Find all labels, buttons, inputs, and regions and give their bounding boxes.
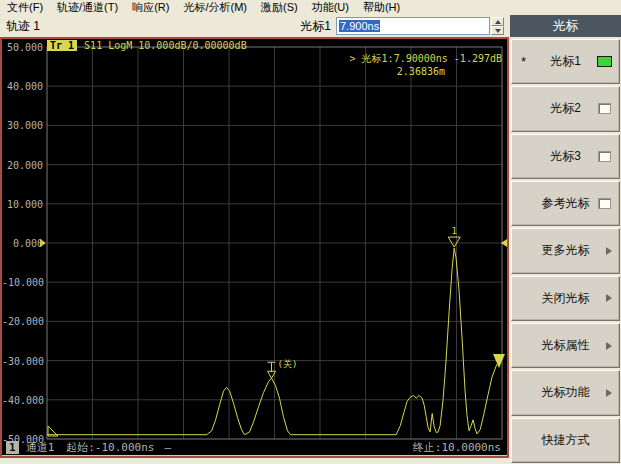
y-axis-tick-label: -20.000: [2, 316, 43, 327]
softkey-label: 参考光标: [542, 195, 590, 212]
marker-readout-line2: 2.36836m: [350, 65, 445, 78]
softkey-sidebar: 光标 * 光标1 光标2 光标3 参考光标 更多光标 关闭光标 光标属性 光标功…: [510, 15, 621, 464]
softkey-menu-title: 光标: [510, 15, 621, 37]
softkey-label: 光标2: [550, 100, 581, 117]
submenu-arrow-icon: [606, 342, 612, 350]
marker-value-input[interactable]: 7.900ns: [336, 17, 490, 35]
status-separator: —: [164, 441, 171, 454]
menu-help[interactable]: 帮助(H): [356, 0, 407, 15]
y-axis-tick-label: -30.000: [2, 356, 43, 367]
y-axis-tick-label: -10.000: [2, 277, 43, 288]
y-axis-tick-label: 10.000: [2, 199, 43, 210]
softkey-label: 光标属性: [542, 337, 590, 354]
menu-stimulus[interactable]: 激励(S): [254, 0, 305, 15]
stepper-up-button[interactable]: [491, 17, 504, 26]
marker-readout-line1: > 光标1:7.90000ns -1.297dB: [350, 52, 502, 65]
marker-name-label: 光标1: [300, 18, 331, 35]
softkey-marker3[interactable]: 光标3: [511, 134, 620, 179]
chevron-down-icon: [495, 29, 501, 33]
svg-text:(关): (关): [278, 359, 298, 369]
instrument-display: 1(关) Tr 1 S11 LogM 10.000dB/0.00000dB > …: [0, 37, 509, 458]
display-bottom-divider: [2, 455, 507, 456]
menu-response[interactable]: 响应(R): [125, 0, 176, 15]
channel-label: 通道1: [26, 440, 55, 455]
reference-marker-off-indicator: [598, 198, 611, 209]
trace-header: Tr 1 S11 LogM 10.000dB/0.00000dB: [47, 40, 247, 51]
channel-number-badge: 1: [6, 441, 19, 454]
softkey-label: 光标3: [550, 148, 581, 165]
chevron-up-icon: [495, 20, 501, 24]
softkey-label: 关闭光标: [542, 290, 590, 307]
menu-trace-channel[interactable]: 轨迹/通道(T): [50, 0, 125, 15]
menu-file[interactable]: 文件(F): [0, 0, 50, 15]
softkey-marker-properties[interactable]: 光标属性: [511, 323, 620, 368]
sweep-stop-label: 终止:10.0000ns: [413, 440, 501, 455]
y-axis-tick-label: 30.000: [2, 120, 43, 131]
svg-text:1: 1: [452, 226, 457, 236]
softkey-marker1[interactable]: * 光标1: [511, 39, 620, 84]
softkey-label: 快捷方式: [542, 432, 590, 449]
active-trace-label: 轨迹 1: [6, 18, 40, 35]
menu-marker-analysis[interactable]: 光标/分析(M): [176, 0, 254, 15]
s11-trace-plot: 1(关): [2, 39, 507, 456]
trace-format-label: S11 LogM 10.000dB/0.00000dB: [84, 40, 247, 51]
y-axis-tick-label: 50.000: [2, 42, 43, 53]
y-axis-tick-label: 40.000: [2, 81, 43, 92]
marker3-off-indicator: [598, 151, 611, 162]
submenu-arrow-icon: [606, 247, 612, 255]
status-bar: 1 通道1 起始:-10.000ns — 终止:10.0000ns: [2, 440, 507, 454]
softkey-marker-functions[interactable]: 光标功能: [511, 370, 620, 415]
softkey-reference-marker[interactable]: 参考光标: [511, 181, 620, 226]
trace-badge[interactable]: Tr 1: [47, 40, 77, 51]
y-axis-tick-label: 0.000: [2, 238, 43, 249]
marker-value-selected-text: 7.900ns: [339, 20, 380, 32]
softkey-more-markers[interactable]: 更多光标: [511, 228, 620, 273]
marker2-off-indicator: [598, 103, 611, 114]
active-marker-asterisk: *: [521, 54, 526, 69]
softkey-shortcuts[interactable]: 快捷方式: [511, 418, 620, 463]
y-axis-tick-label: -40.000: [2, 395, 43, 406]
softkey-marker-off[interactable]: 关闭光标: [511, 276, 620, 321]
softkey-label: 更多光标: [542, 242, 590, 259]
marker-value-stepper: [491, 17, 504, 35]
submenu-arrow-icon: [606, 294, 612, 302]
softkey-marker2[interactable]: 光标2: [511, 86, 620, 131]
y-axis-tick-label: 20.000: [2, 160, 43, 171]
sweep-start-label: 起始:-10.000ns: [66, 440, 154, 455]
marker1-on-led: [597, 56, 612, 67]
softkey-label: 光标1: [550, 53, 581, 70]
menu-utility[interactable]: 功能(U): [305, 0, 356, 15]
marker-toolbar: 轨迹 1 光标1 7.900ns: [0, 15, 510, 37]
submenu-arrow-icon: [606, 389, 612, 397]
marker-readout: > 光标1:7.90000ns -1.297dB 2.36836m: [350, 52, 502, 78]
stepper-down-button[interactable]: [491, 26, 504, 35]
menu-bar: 文件(F) 轨迹/通道(T) 响应(R) 光标/分析(M) 激励(S) 功能(U…: [0, 0, 621, 16]
softkey-label: 光标功能: [542, 384, 590, 401]
